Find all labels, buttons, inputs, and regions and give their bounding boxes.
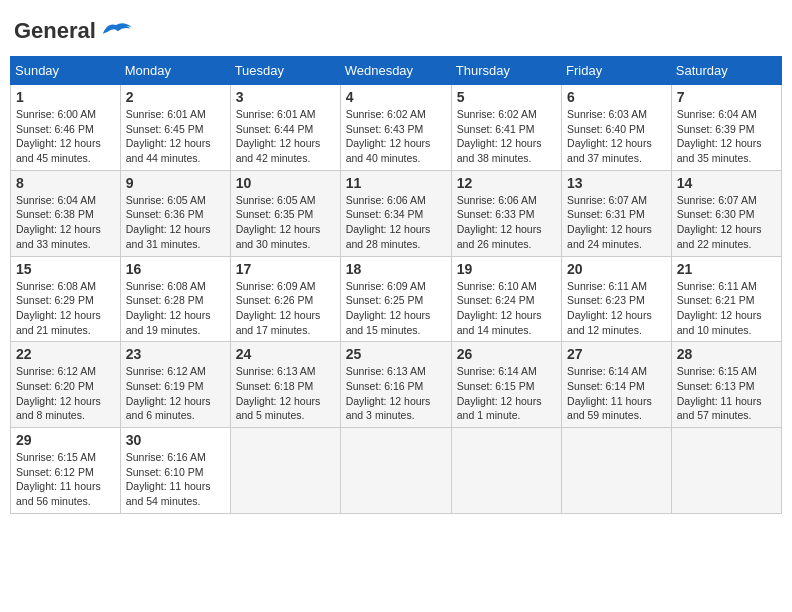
calendar-cell: 13Sunrise: 6:07 AMSunset: 6:31 PMDayligh…	[562, 170, 672, 256]
day-number: 29	[16, 432, 115, 448]
day-number: 28	[677, 346, 776, 362]
calendar-cell	[340, 428, 451, 514]
day-number: 26	[457, 346, 556, 362]
calendar-cell: 15Sunrise: 6:08 AMSunset: 6:29 PMDayligh…	[11, 256, 121, 342]
calendar-cell: 9Sunrise: 6:05 AMSunset: 6:36 PMDaylight…	[120, 170, 230, 256]
calendar-cell: 23Sunrise: 6:12 AMSunset: 6:19 PMDayligh…	[120, 342, 230, 428]
day-info: Sunrise: 6:02 AMSunset: 6:43 PMDaylight:…	[346, 107, 446, 166]
logo-text-general: General	[14, 18, 96, 44]
day-info: Sunrise: 6:13 AMSunset: 6:18 PMDaylight:…	[236, 364, 335, 423]
calendar-cell: 25Sunrise: 6:13 AMSunset: 6:16 PMDayligh…	[340, 342, 451, 428]
day-info: Sunrise: 6:13 AMSunset: 6:16 PMDaylight:…	[346, 364, 446, 423]
calendar-cell: 18Sunrise: 6:09 AMSunset: 6:25 PMDayligh…	[340, 256, 451, 342]
day-number: 19	[457, 261, 556, 277]
calendar-header-row: SundayMondayTuesdayWednesdayThursdayFrid…	[11, 57, 782, 85]
day-info: Sunrise: 6:10 AMSunset: 6:24 PMDaylight:…	[457, 279, 556, 338]
calendar-cell: 24Sunrise: 6:13 AMSunset: 6:18 PMDayligh…	[230, 342, 340, 428]
day-info: Sunrise: 6:11 AMSunset: 6:21 PMDaylight:…	[677, 279, 776, 338]
day-number: 22	[16, 346, 115, 362]
day-info: Sunrise: 6:00 AMSunset: 6:46 PMDaylight:…	[16, 107, 115, 166]
day-info: Sunrise: 6:04 AMSunset: 6:38 PMDaylight:…	[16, 193, 115, 252]
calendar-cell: 8Sunrise: 6:04 AMSunset: 6:38 PMDaylight…	[11, 170, 121, 256]
calendar-cell: 2Sunrise: 6:01 AMSunset: 6:45 PMDaylight…	[120, 85, 230, 171]
day-number: 12	[457, 175, 556, 191]
day-number: 18	[346, 261, 446, 277]
day-number: 21	[677, 261, 776, 277]
calendar-cell: 3Sunrise: 6:01 AMSunset: 6:44 PMDaylight…	[230, 85, 340, 171]
calendar-cell: 14Sunrise: 6:07 AMSunset: 6:30 PMDayligh…	[671, 170, 781, 256]
calendar-cell: 27Sunrise: 6:14 AMSunset: 6:14 PMDayligh…	[562, 342, 672, 428]
day-info: Sunrise: 6:06 AMSunset: 6:33 PMDaylight:…	[457, 193, 556, 252]
calendar-cell: 19Sunrise: 6:10 AMSunset: 6:24 PMDayligh…	[451, 256, 561, 342]
day-number: 16	[126, 261, 225, 277]
calendar-cell: 29Sunrise: 6:15 AMSunset: 6:12 PMDayligh…	[11, 428, 121, 514]
calendar-week-row: 29Sunrise: 6:15 AMSunset: 6:12 PMDayligh…	[11, 428, 782, 514]
day-info: Sunrise: 6:02 AMSunset: 6:41 PMDaylight:…	[457, 107, 556, 166]
day-number: 25	[346, 346, 446, 362]
day-info: Sunrise: 6:15 AMSunset: 6:13 PMDaylight:…	[677, 364, 776, 423]
day-number: 3	[236, 89, 335, 105]
day-info: Sunrise: 6:01 AMSunset: 6:44 PMDaylight:…	[236, 107, 335, 166]
calendar-cell: 5Sunrise: 6:02 AMSunset: 6:41 PMDaylight…	[451, 85, 561, 171]
day-number: 23	[126, 346, 225, 362]
day-number: 13	[567, 175, 666, 191]
day-number: 24	[236, 346, 335, 362]
day-number: 27	[567, 346, 666, 362]
day-number: 5	[457, 89, 556, 105]
day-number: 20	[567, 261, 666, 277]
day-info: Sunrise: 6:09 AMSunset: 6:25 PMDaylight:…	[346, 279, 446, 338]
day-number: 10	[236, 175, 335, 191]
calendar-cell: 16Sunrise: 6:08 AMSunset: 6:28 PMDayligh…	[120, 256, 230, 342]
calendar-cell	[451, 428, 561, 514]
logo: General	[14, 18, 134, 40]
day-info: Sunrise: 6:16 AMSunset: 6:10 PMDaylight:…	[126, 450, 225, 509]
calendar-cell: 10Sunrise: 6:05 AMSunset: 6:35 PMDayligh…	[230, 170, 340, 256]
header-friday: Friday	[562, 57, 672, 85]
calendar-week-row: 1Sunrise: 6:00 AMSunset: 6:46 PMDaylight…	[11, 85, 782, 171]
day-info: Sunrise: 6:03 AMSunset: 6:40 PMDaylight:…	[567, 107, 666, 166]
calendar-cell	[562, 428, 672, 514]
day-info: Sunrise: 6:05 AMSunset: 6:35 PMDaylight:…	[236, 193, 335, 252]
calendar-cell: 4Sunrise: 6:02 AMSunset: 6:43 PMDaylight…	[340, 85, 451, 171]
header-sunday: Sunday	[11, 57, 121, 85]
calendar-cell: 7Sunrise: 6:04 AMSunset: 6:39 PMDaylight…	[671, 85, 781, 171]
day-number: 4	[346, 89, 446, 105]
header-saturday: Saturday	[671, 57, 781, 85]
day-info: Sunrise: 6:15 AMSunset: 6:12 PMDaylight:…	[16, 450, 115, 509]
day-info: Sunrise: 6:11 AMSunset: 6:23 PMDaylight:…	[567, 279, 666, 338]
header-monday: Monday	[120, 57, 230, 85]
day-info: Sunrise: 6:05 AMSunset: 6:36 PMDaylight:…	[126, 193, 225, 252]
calendar-cell: 21Sunrise: 6:11 AMSunset: 6:21 PMDayligh…	[671, 256, 781, 342]
calendar-cell: 22Sunrise: 6:12 AMSunset: 6:20 PMDayligh…	[11, 342, 121, 428]
day-number: 8	[16, 175, 115, 191]
day-number: 14	[677, 175, 776, 191]
calendar-cell	[671, 428, 781, 514]
calendar-table: SundayMondayTuesdayWednesdayThursdayFrid…	[10, 56, 782, 514]
calendar-week-row: 22Sunrise: 6:12 AMSunset: 6:20 PMDayligh…	[11, 342, 782, 428]
calendar-cell: 28Sunrise: 6:15 AMSunset: 6:13 PMDayligh…	[671, 342, 781, 428]
day-info: Sunrise: 6:12 AMSunset: 6:19 PMDaylight:…	[126, 364, 225, 423]
calendar-cell: 30Sunrise: 6:16 AMSunset: 6:10 PMDayligh…	[120, 428, 230, 514]
header-wednesday: Wednesday	[340, 57, 451, 85]
day-info: Sunrise: 6:06 AMSunset: 6:34 PMDaylight:…	[346, 193, 446, 252]
day-info: Sunrise: 6:04 AMSunset: 6:39 PMDaylight:…	[677, 107, 776, 166]
day-number: 9	[126, 175, 225, 191]
calendar-cell	[230, 428, 340, 514]
day-info: Sunrise: 6:01 AMSunset: 6:45 PMDaylight:…	[126, 107, 225, 166]
calendar-week-row: 8Sunrise: 6:04 AMSunset: 6:38 PMDaylight…	[11, 170, 782, 256]
calendar-week-row: 15Sunrise: 6:08 AMSunset: 6:29 PMDayligh…	[11, 256, 782, 342]
day-number: 7	[677, 89, 776, 105]
calendar-cell: 26Sunrise: 6:14 AMSunset: 6:15 PMDayligh…	[451, 342, 561, 428]
calendar-cell: 1Sunrise: 6:00 AMSunset: 6:46 PMDaylight…	[11, 85, 121, 171]
day-info: Sunrise: 6:12 AMSunset: 6:20 PMDaylight:…	[16, 364, 115, 423]
calendar-cell: 6Sunrise: 6:03 AMSunset: 6:40 PMDaylight…	[562, 85, 672, 171]
calendar-cell: 17Sunrise: 6:09 AMSunset: 6:26 PMDayligh…	[230, 256, 340, 342]
calendar-cell: 12Sunrise: 6:06 AMSunset: 6:33 PMDayligh…	[451, 170, 561, 256]
day-number: 17	[236, 261, 335, 277]
day-info: Sunrise: 6:07 AMSunset: 6:30 PMDaylight:…	[677, 193, 776, 252]
day-info: Sunrise: 6:14 AMSunset: 6:14 PMDaylight:…	[567, 364, 666, 423]
day-number: 15	[16, 261, 115, 277]
calendar-cell: 11Sunrise: 6:06 AMSunset: 6:34 PMDayligh…	[340, 170, 451, 256]
header-tuesday: Tuesday	[230, 57, 340, 85]
day-number: 6	[567, 89, 666, 105]
